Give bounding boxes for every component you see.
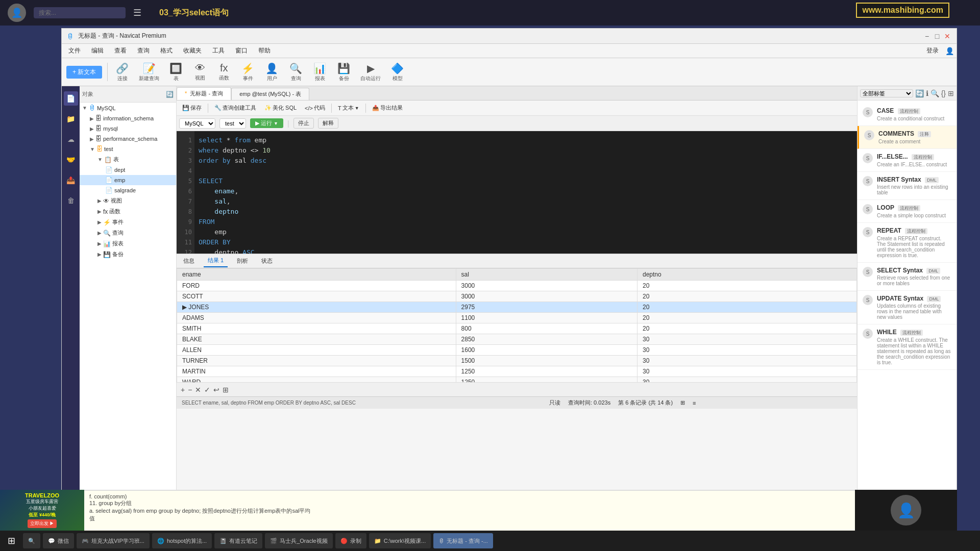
toolbar-function[interactable]: fx 函数 <box>212 61 235 83</box>
toolbar-connect[interactable]: 🔗 连接 <box>111 61 134 84</box>
table-row[interactable]: WARD 1250 30 <box>177 377 857 383</box>
snippet-item[interactable]: S INSERT Syntax DML Insert new rows into… <box>857 172 957 200</box>
taskbar-item-1[interactable]: 🔍 <box>23 533 40 548</box>
db-name-select[interactable]: test <box>219 118 246 129</box>
table-row[interactable]: ▶ JONES 2975 20 <box>177 302 857 313</box>
nav-trash[interactable]: 🗑 <box>64 193 78 208</box>
taskbar-item-hotspot[interactable]: 🌐 hotspot的算法... <box>152 533 212 548</box>
run-button[interactable]: ▶ 运行 ▼ <box>250 118 283 128</box>
snippet-filter-select[interactable]: 全部标签 <box>860 89 913 97</box>
tree-item-functions[interactable]: ▶ fx 函数 <box>80 206 176 217</box>
snippet-item[interactable]: S LOOP 流程控制 Create a simple loop constru… <box>857 200 957 223</box>
avatar[interactable]: 👤 <box>8 4 26 22</box>
table-row[interactable]: MARTIN 1250 30 <box>177 366 857 377</box>
menu-favorites[interactable]: 收藏夹 <box>179 45 206 56</box>
tab-status[interactable]: 状态 <box>257 255 277 267</box>
table-row[interactable]: ALLEN 1600 30 <box>177 345 857 356</box>
menu-edit[interactable]: 编辑 <box>87 45 108 56</box>
db-type-select[interactable]: MySQL <box>179 118 215 129</box>
table-row[interactable]: ADAMS 1100 20 <box>177 313 857 323</box>
toolbar-new-query[interactable]: 📝 新建查询 <box>135 61 163 84</box>
menu-query[interactable]: 查询 <box>133 45 154 56</box>
nav-recent-files[interactable]: 📄 <box>64 91 78 106</box>
grid-snippet-icon[interactable]: ⊞ <box>948 89 954 97</box>
add-row-button[interactable]: + <box>181 386 185 394</box>
toolbar-query-btn[interactable]: 🔍 查询 <box>284 61 307 84</box>
menu-icon[interactable]: ☰ <box>133 7 141 18</box>
tree-item-emp[interactable]: 📄 emp <box>80 175 176 185</box>
toolbar-user[interactable]: 👤 用户 <box>260 61 283 84</box>
tree-item-salgrade[interactable]: 📄 salgrade <box>80 185 176 195</box>
nav-shared-with-me[interactable]: 🤝 <box>64 153 78 167</box>
tab-result1[interactable]: 结果 1 <box>204 255 228 267</box>
menu-format[interactable]: 格式 <box>156 45 177 56</box>
toolbar-model[interactable]: 🔷 模型 <box>386 61 409 84</box>
tree-item-dept[interactable]: 📄 dept <box>80 165 176 175</box>
taskbar-item-record[interactable]: 🔴 录制 <box>335 533 366 548</box>
list-icon[interactable]: ≡ <box>693 400 696 406</box>
explain-button[interactable]: 解释 <box>318 118 338 129</box>
start-button[interactable]: ⊞ <box>3 532 20 550</box>
table-row[interactable]: TURNER 1500 30 <box>177 356 857 366</box>
search-input[interactable] <box>34 7 126 18</box>
stop-button[interactable]: 停止 <box>293 118 314 129</box>
tree-item-mysql-db[interactable]: ▶ 🗄 mysql <box>80 123 176 134</box>
taskbar-item-mashibing[interactable]: 🎬 马士兵_Oracle视频 <box>265 533 333 548</box>
tab-analysis[interactable]: 剖析 <box>233 255 252 267</box>
revert-button[interactable]: ↩ <box>213 386 219 394</box>
text-button[interactable]: T 文本 ▼ <box>335 103 362 113</box>
copy-row-button[interactable]: ✕ <box>195 386 201 394</box>
snippet-item[interactable]: S CASE 流程控制 Create a conditional constru… <box>857 103 957 126</box>
toolbar-report[interactable]: 📊 报表 <box>308 61 331 84</box>
delete-row-button[interactable]: − <box>188 386 192 394</box>
taskbar-item-navicat[interactable]: 🛢 无标题 - 查询 -... <box>433 533 493 548</box>
tree-item-tables[interactable]: ▼ 📋 表 <box>80 154 176 165</box>
export-button[interactable]: 📤 导出结果 <box>369 103 406 113</box>
menu-window[interactable]: 窗口 <box>231 45 252 56</box>
menu-tools[interactable]: 工具 <box>208 45 229 56</box>
tree-item-events[interactable]: ▶ ⚡ 事件 <box>80 217 176 228</box>
taskbar-item-work[interactable]: 📁 C:\work\视频课... <box>369 533 431 548</box>
save-button[interactable]: 💾 保存 <box>179 103 205 113</box>
menu-view[interactable]: 查看 <box>110 45 131 56</box>
taskbar-item-tank[interactable]: 🎮 坦克大战VIP学习班... <box>77 533 150 548</box>
snippet-item[interactable]: S SELECT Syntax DML Retrieve rows select… <box>857 263 957 291</box>
tree-item-views[interactable]: ▶ 👁 视图 <box>80 195 176 206</box>
search-icon[interactable]: 🔍 <box>930 89 939 97</box>
snippet-item[interactable]: S UPDATE Syntax DML Updates columns of e… <box>857 291 957 324</box>
tree-item-info-schema[interactable]: ▶ 🗄 information_schema <box>80 113 176 123</box>
refresh-button2[interactable]: ✓ <box>204 386 210 394</box>
toolbar-event[interactable]: ⚡ 事件 <box>236 61 259 84</box>
snippet-item[interactable]: S IF...ELSE... 流程控制 Create an IF...ELSE.… <box>857 149 957 172</box>
table-row[interactable]: SCOTT 3000 20 <box>177 291 857 302</box>
login-button[interactable]: 登录 <box>922 45 943 56</box>
tab-untitled-query[interactable]: * 无标题 - 查询 <box>177 87 231 100</box>
snippet-item[interactable]: S WHILE 流程控制 Create a WHILE construct. T… <box>857 324 957 370</box>
tab-info[interactable]: 信息 <box>179 255 199 267</box>
code-button[interactable]: </> 代码 <box>302 103 328 113</box>
code-snippet-icon[interactable]: {} <box>941 89 946 97</box>
snippet-item[interactable]: S REPEAT 流程控制 Create a REPEAT construct.… <box>857 223 957 263</box>
refresh-snippets-button[interactable]: 🔄 <box>915 89 924 97</box>
table-row[interactable]: SMITH 800 20 <box>177 323 857 334</box>
maximize-button[interactable]: □ <box>933 32 941 40</box>
code-editor[interactable]: 1234567891011121314 select * from emp wh… <box>177 131 857 254</box>
tree-item-queries[interactable]: ▶ 🔍 查询 <box>80 228 176 238</box>
grid-view-button[interactable]: ⊞ <box>223 386 229 394</box>
minimize-button[interactable]: − <box>923 32 931 40</box>
info-icon[interactable]: ℹ <box>926 89 928 97</box>
tab-emp-table[interactable]: emp @test (MySQL) - 表 <box>231 88 309 100</box>
tree-item-test[interactable]: ▼ 🗄 test <box>80 144 176 154</box>
ad-cta[interactable]: 立即出发 ▶ <box>28 519 57 528</box>
table-row[interactable]: FORD 3000 20 <box>177 281 857 291</box>
refresh-button[interactable]: 🔄 <box>166 91 174 98</box>
tree-item-perf-schema[interactable]: ▶ 🗄 performance_schema <box>80 134 176 144</box>
taskbar-item-wechat[interactable]: 💬 微信 <box>43 533 74 548</box>
toolbar-backup[interactable]: 💾 备份 <box>332 61 355 84</box>
menu-file[interactable]: 文件 <box>64 45 85 56</box>
toolbar-auto-run[interactable]: ▶ 自动运行 <box>356 61 385 84</box>
toolbar-view[interactable]: 👁 视图 <box>188 61 211 83</box>
tree-item-reports[interactable]: ▶ 📊 报表 <box>80 238 176 249</box>
tree-item-mysql[interactable]: ▼ 🛢 MySQL <box>80 103 176 113</box>
taskbar-item-youdao[interactable]: 📓 有道云笔记 <box>214 533 262 548</box>
